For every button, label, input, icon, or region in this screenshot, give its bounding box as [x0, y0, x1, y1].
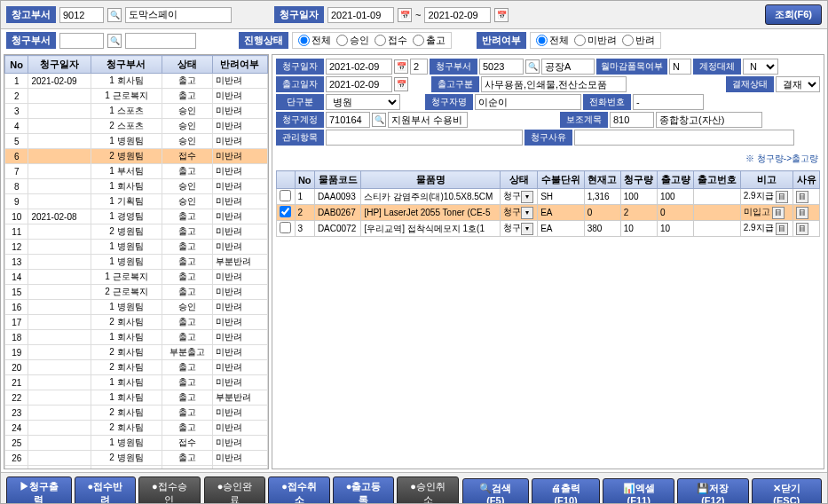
table-row[interactable]: 271 병원팀출고미반려 — [5, 466, 268, 469]
d-req-dept-name[interactable] — [541, 59, 595, 75]
detail-col-header[interactable]: 비고 — [740, 171, 793, 189]
status-approve-radio[interactable] — [336, 35, 348, 46]
table-row[interactable]: 141 근로복지출고미반려 — [5, 270, 268, 285]
left-col-header[interactable]: 청구부서 — [91, 56, 162, 74]
table-row[interactable]: 81 회사팀승인미반려 — [5, 179, 268, 194]
detail-col-header[interactable]: 사유 — [793, 171, 820, 189]
calendar-icon-5[interactable]: 📅 — [394, 77, 408, 91]
detail-col-header[interactable]: 수불단위 — [538, 171, 585, 189]
table-row[interactable]: 1DAA0093스티카 감염주의(대)10.5X8.5CM청구▾SH1,3161… — [277, 189, 820, 205]
detail-col-header[interactable]: 물품명 — [361, 171, 501, 189]
status-btn-icon[interactable]: ▾ — [521, 223, 533, 235]
table-row[interactable]: 211 회사팀출고미반려 — [5, 375, 268, 390]
table-row[interactable]: 152 근로복지출고미반려 — [5, 285, 268, 300]
left-col-header[interactable]: 반려여부 — [212, 56, 267, 74]
table-row[interactable]: 2DAB0267[HP] LaserJet 2055 Toner (CE-5청구… — [277, 205, 820, 221]
table-row[interactable]: 232 회사팀출고미반려 — [5, 406, 268, 421]
search-f5-button[interactable]: 🔍검색(F5) — [462, 478, 529, 505]
table-row[interactable]: 102021-02-081 경영팀출고미반려 — [5, 209, 268, 224]
left-col-header[interactable]: 상태 — [162, 56, 212, 74]
cancel-button[interactable]: ●접수취소 — [268, 476, 330, 504]
d-req-date[interactable] — [326, 59, 392, 75]
table-row[interactable]: 21 근로복지출고미반려 — [5, 89, 268, 104]
reason-btn-icon[interactable]: 目 — [796, 223, 808, 235]
excel-f11-button[interactable]: 📊엑셀(F11) — [603, 478, 674, 505]
status-issue-radio[interactable] — [413, 35, 424, 46]
d-issue-date[interactable] — [326, 76, 392, 92]
table-row[interactable]: 131 병원팀출고부분반려 — [5, 255, 268, 270]
return-no-radio[interactable] — [574, 35, 586, 46]
d-location-code[interactable] — [610, 112, 654, 128]
search-icon-6[interactable]: 🔍 — [372, 113, 386, 127]
calendar-icon[interactable]: 📅 — [398, 8, 412, 22]
remark-btn-icon[interactable]: 目 — [772, 207, 785, 219]
calendar-icon-2[interactable]: 📅 — [494, 8, 509, 22]
req-dept-input[interactable] — [59, 33, 104, 49]
table-row[interactable]: 121 병원팀출고미반려 — [5, 240, 268, 255]
detail-col-header[interactable]: 출고번호 — [694, 171, 741, 189]
warehouse-search-icon[interactable]: 🔍 — [107, 8, 122, 22]
d-issue-type[interactable] — [481, 76, 627, 92]
d-budget-name[interactable] — [388, 112, 468, 128]
table-row[interactable]: 112 병원팀출고미반려 — [5, 224, 268, 240]
table-row[interactable]: 31 스포츠승인미반려 — [5, 104, 268, 119]
req-print-button[interactable]: ▶청구출력 — [6, 476, 72, 504]
status-radio-group[interactable]: 전체 승인 접수 출고 — [292, 32, 452, 49]
left-grid[interactable]: No청구일자청구부서상태반려여부12021-02-091 회사팀출고미반려21 … — [4, 55, 268, 469]
detail-col-header[interactable]: 현재고 — [584, 171, 620, 189]
print-f10-button[interactable]: 🖨출력(F10) — [532, 478, 601, 505]
status-btn-icon[interactable]: ▾ — [521, 191, 533, 203]
warehouse-code-input[interactable] — [59, 7, 104, 23]
row-checkbox[interactable] — [280, 222, 291, 233]
calendar-icon-3[interactable]: 📅 — [394, 59, 408, 74]
table-row[interactable]: 262 병원팀출고미반려 — [5, 451, 268, 466]
detail-grid[interactable]: No물품코드물품명상태수불단위현재고청구량출고량출고번호비고사유1DAA0093… — [276, 170, 820, 465]
table-row[interactable]: 251 병원팀접수미반려 — [5, 436, 268, 451]
table-row[interactable]: 242 회사팀출고미반려 — [5, 421, 268, 436]
row-checkbox[interactable] — [280, 206, 291, 217]
d-req-seq[interactable] — [410, 59, 428, 75]
table-row[interactable]: 51 병원팀승인미반려 — [5, 134, 268, 149]
req-return-button[interactable]: ●접수반려 — [75, 476, 137, 504]
table-row[interactable]: 161 병원팀승인미반려 — [5, 300, 268, 315]
status-receipt-radio[interactable] — [375, 35, 386, 46]
detail-col-header[interactable] — [277, 171, 296, 189]
table-row[interactable]: 172 회사팀출고미반려 — [5, 315, 268, 330]
d-reason[interactable] — [574, 130, 794, 146]
search-button[interactable]: 조회(F6) — [765, 4, 822, 25]
return-yes-radio[interactable] — [622, 35, 634, 46]
d-phone[interactable] — [633, 94, 704, 110]
date-to-input[interactable] — [424, 7, 491, 23]
table-row[interactable]: 221 회사팀출고부분반려 — [5, 390, 268, 406]
table-row[interactable]: 91 기획팀승인미반려 — [5, 194, 268, 209]
d-close-val[interactable] — [669, 59, 691, 75]
reason-btn-icon[interactable]: 目 — [796, 191, 808, 203]
close-esc-button[interactable]: ✕닫기(ESC) — [752, 478, 822, 505]
status-all-radio[interactable] — [298, 35, 310, 46]
d-req-dept-code[interactable] — [479, 59, 524, 75]
req-dept-search-icon[interactable]: 🔍 — [107, 34, 122, 48]
d-location-name[interactable] — [656, 112, 762, 128]
d-pay-status-sel[interactable]: 결재 — [776, 76, 820, 92]
detail-col-header[interactable]: 상태 — [500, 171, 537, 189]
table-row[interactable]: 62 병원팀접수미반려 — [5, 149, 268, 164]
reason-btn-icon[interactable]: 目 — [796, 207, 808, 219]
detail-col-header[interactable]: 물품코드 — [314, 171, 361, 189]
d-budget-code[interactable] — [326, 112, 370, 128]
left-col-header[interactable]: No — [5, 56, 28, 74]
left-col-header[interactable]: 청구일자 — [28, 56, 91, 74]
warehouse-name-input[interactable] — [125, 7, 232, 23]
d-account-sel[interactable]: N — [743, 59, 778, 75]
table-row[interactable]: 192 회사팀부분출고미반려 — [5, 345, 268, 360]
table-row[interactable]: 3DAC0072[우리교역] 접착식메모지 1호(1청구▾EA38010102.… — [277, 221, 820, 237]
remark-btn-icon[interactable]: 目 — [776, 191, 788, 203]
row-checkbox[interactable] — [280, 190, 291, 201]
table-row[interactable]: 71 부서팀출고미반려 — [5, 164, 268, 179]
search-icon-4[interactable]: 🔍 — [525, 59, 540, 74]
d-unit-sel[interactable]: 병원 — [326, 94, 400, 110]
detail-col-header[interactable]: 출고량 — [657, 171, 693, 189]
status-btn-icon[interactable]: ▾ — [521, 207, 533, 219]
remark-btn-icon[interactable]: 目 — [776, 223, 788, 235]
req-dept-name-input[interactable] — [125, 33, 196, 49]
table-row[interactable]: 202 회사팀출고미반려 — [5, 360, 268, 375]
